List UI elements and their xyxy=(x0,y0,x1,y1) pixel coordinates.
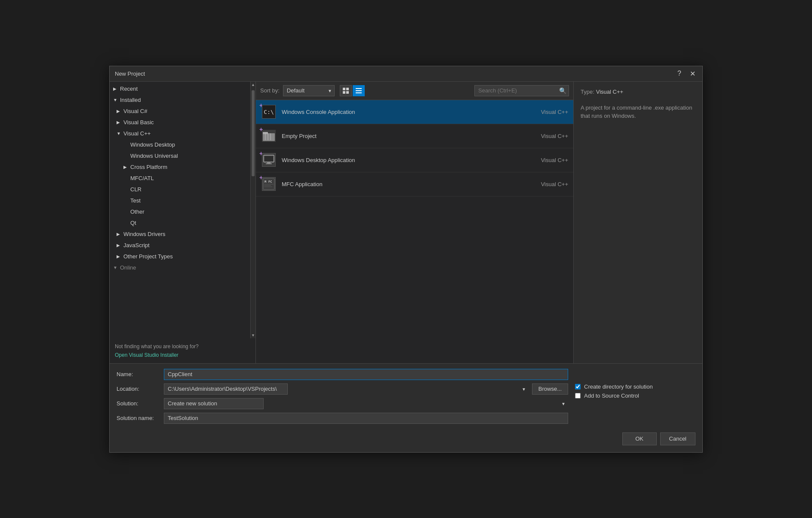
sidebar-item-clr[interactable]: CLR xyxy=(110,184,250,195)
sidebar-label-clr: CLR xyxy=(130,186,247,193)
help-button[interactable]: ? xyxy=(676,69,683,78)
create-dir-label[interactable]: Create directory for solution xyxy=(584,383,653,390)
sidebar-item-cross-platform[interactable]: ▶ Cross Platform xyxy=(110,162,250,173)
solution-dropdown[interactable]: Create new solution Add to solution Crea… xyxy=(164,398,264,409)
sidebar-item-other-project-types[interactable]: ▶ Other Project Types xyxy=(110,251,250,262)
scroll-thumb[interactable] xyxy=(252,90,255,176)
desktop-icon xyxy=(262,153,276,167)
sidebar-label-visual-csharp: Visual C# xyxy=(123,108,247,114)
svg-rect-2 xyxy=(343,91,345,94)
sidebar-item-test[interactable]: Test xyxy=(110,195,250,206)
project-item-empty[interactable]: + Empty Project Visual C++ xyxy=(256,124,573,148)
sidebar-label-visual-basic: Visual Basic xyxy=(123,119,247,126)
sort-dropdown[interactable]: Default Name Type Date Modified xyxy=(283,85,335,96)
sidebar-item-visual-basic[interactable]: ▶ Visual Basic xyxy=(110,117,250,128)
chevron-javascript: ▶ xyxy=(117,243,123,248)
sidebar-label-windows-drivers: Windows Drivers xyxy=(123,231,247,237)
sidebar-item-installed[interactable]: ▼ Installed xyxy=(110,95,250,106)
type-label: Type: xyxy=(581,89,594,98)
svg-rect-21 xyxy=(264,184,274,184)
project-lang-mfc: Visual C++ xyxy=(525,181,568,187)
sidebar-item-mfc-atl[interactable]: MFC/ATL xyxy=(110,173,250,184)
sidebar-item-other[interactable]: Other xyxy=(110,206,250,218)
view-toggle xyxy=(340,85,365,96)
project-tree: ▶ Recent ▼ Installed ▶ Visual C# xyxy=(110,82,250,338)
add-source-checkbox[interactable] xyxy=(575,393,581,398)
sidebar-item-recent[interactable]: ▶ Recent xyxy=(110,83,250,95)
not-finding-text: Not finding what you are looking for? xyxy=(110,338,255,351)
tree-scrollbar[interactable]: ▲ ▼ xyxy=(250,82,255,338)
sort-label: Sort by: xyxy=(260,87,280,94)
sidebar-item-online[interactable]: ▼ Online xyxy=(110,262,250,273)
project-lang-desktop: Visual C++ xyxy=(525,157,568,163)
toolbar: Sort by: Default Name Type Date Modified… xyxy=(256,82,573,100)
location-label: Location: xyxy=(117,386,164,392)
type-value: Visual C++ xyxy=(596,89,623,95)
create-dir-checkbox[interactable] xyxy=(575,384,581,389)
add-source-row: Add to Source Control xyxy=(575,392,695,399)
chevron-visual-csharp: ▶ xyxy=(117,109,123,113)
project-icon-desktop: + xyxy=(261,152,277,168)
browse-button[interactable]: Browse... xyxy=(532,383,568,395)
type-description: A project for a command-line .exe applic… xyxy=(581,104,695,120)
chevron-other-project-types: ▶ xyxy=(117,254,123,259)
ok-button[interactable]: OK xyxy=(622,432,657,445)
project-item-mfc[interactable]: + M FC MFC Application xyxy=(256,172,573,196)
vs-installer-link[interactable]: Open Visual Studio Installer xyxy=(110,351,255,363)
action-buttons: OK Cancel xyxy=(117,432,695,445)
folder-svg xyxy=(263,131,275,141)
view-grid-button[interactable] xyxy=(340,85,352,96)
solution-name-row: Solution name: xyxy=(117,413,568,424)
sidebar-item-qt[interactable]: Qt xyxy=(110,218,250,229)
svg-rect-22 xyxy=(264,185,271,186)
sidebar-item-visual-csharp[interactable]: ▶ Visual C# xyxy=(110,106,250,117)
project-name-console: Windows Console Application xyxy=(282,109,525,115)
sidebar-label-recent: Recent xyxy=(120,86,247,92)
sidebar-item-visual-cpp[interactable]: ▼ Visual C++ xyxy=(110,128,250,139)
bottom-two-col: Name: Location: C:\Users\Administrator\D… xyxy=(117,369,695,427)
search-icon-button[interactable]: 🔍 xyxy=(559,87,566,94)
view-list-button[interactable] xyxy=(353,85,365,96)
create-dir-row: Create directory for solution xyxy=(575,383,695,390)
search-input[interactable] xyxy=(474,85,569,96)
project-item-windows-console[interactable]: + C:\ Windows Console Application Visual… xyxy=(256,100,573,124)
search-wrapper: 🔍 xyxy=(474,85,569,96)
svg-rect-14 xyxy=(267,162,271,163)
cancel-button[interactable]: Cancel xyxy=(660,432,695,445)
scroll-arrow-up[interactable]: ▲ xyxy=(251,82,255,88)
chevron-online: ▼ xyxy=(113,265,120,270)
svg-rect-7 xyxy=(263,133,275,141)
solution-wrapper: Create new solution Add to solution Crea… xyxy=(164,398,568,409)
solution-row: Solution: Create new solution Add to sol… xyxy=(117,398,568,409)
sidebar-item-javascript[interactable]: ▶ JavaScript xyxy=(110,240,250,251)
mfc-icon: M FC xyxy=(262,177,276,191)
project-item-desktop[interactable]: + Windows Desktop App xyxy=(256,148,573,172)
scroll-arrow-down[interactable]: ▼ xyxy=(251,332,255,338)
name-label: Name: xyxy=(117,371,164,377)
sidebar-item-windows-drivers[interactable]: ▶ Windows Drivers xyxy=(110,229,250,240)
sidebar-item-windows-universal[interactable]: Windows Universal xyxy=(110,150,250,162)
bottom-panel: Name: Location: C:\Users\Administrator\D… xyxy=(110,363,702,452)
left-panel: ▶ Recent ▼ Installed ▶ Visual C# xyxy=(110,82,256,363)
svg-rect-0 xyxy=(343,88,345,90)
svg-rect-3 xyxy=(346,91,349,94)
sidebar-label-online: Online xyxy=(120,264,247,271)
location-dropdown[interactable]: C:\Users\Administrator\Desktop\VSProject… xyxy=(164,383,288,395)
chevron-windows-drivers: ▶ xyxy=(117,232,123,236)
project-list: + C:\ Windows Console Application Visual… xyxy=(256,100,573,363)
title-actions: ? ✕ xyxy=(676,69,697,79)
chevron-recent: ▶ xyxy=(113,86,120,91)
project-name-desktop: Windows Desktop Application xyxy=(282,157,525,163)
location-wrapper: C:\Users\Administrator\Desktop\VSProject… xyxy=(164,383,529,395)
sidebar-item-windows-desktop[interactable]: Windows Desktop xyxy=(110,139,250,150)
name-input[interactable] xyxy=(164,369,568,380)
project-icon-console: + C:\ xyxy=(261,104,277,120)
close-button[interactable]: ✕ xyxy=(688,69,697,79)
add-source-label[interactable]: Add to Source Control xyxy=(584,392,639,399)
console-icon: C:\ xyxy=(262,105,276,119)
svg-rect-1 xyxy=(346,88,349,90)
location-row: Location: C:\Users\Administrator\Desktop… xyxy=(117,383,568,395)
solution-name-input[interactable] xyxy=(164,413,568,424)
sidebar-label-mfc-atl: MFC/ATL xyxy=(130,175,247,181)
name-row: Name: xyxy=(117,369,568,380)
